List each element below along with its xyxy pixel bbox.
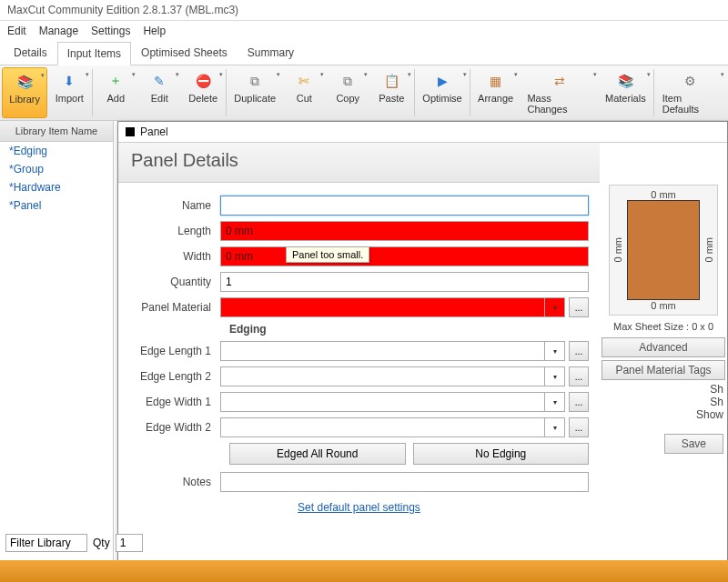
tab-input-items[interactable]: Input Items (57, 42, 131, 65)
save-button[interactable]: Save (664, 434, 723, 454)
ew1-browse-button[interactable]: ... (569, 392, 589, 412)
window-title: MaxCut Community Edition 2.8.1.37 (MBL.m… (0, 0, 728, 21)
tool-cut[interactable]: ✄Cut (282, 67, 326, 118)
panel-form: Panel Details Name Length Width Panel to… (118, 143, 600, 575)
tool-library[interactable]: 📚Library (2, 67, 47, 118)
label-length: Length (129, 225, 220, 237)
width-input[interactable] (220, 246, 589, 266)
menu-settings[interactable]: Settings (91, 25, 130, 37)
filter-library-input[interactable] (5, 534, 87, 552)
chevron-down-icon[interactable]: ▾ (544, 418, 564, 436)
tool-import[interactable]: ⬇Import (47, 67, 91, 118)
label-el2: Edge Length 2 (129, 370, 220, 383)
label-width: Width (129, 250, 220, 263)
ew2-browse-button[interactable]: ... (569, 417, 589, 437)
tool-label: Copy (336, 93, 359, 104)
chevron-down-icon[interactable]: ▾ (544, 367, 564, 386)
tool-label: Edit (151, 93, 168, 104)
panel-icon (126, 127, 135, 136)
dim-bottom: 0 mm (651, 300, 676, 311)
tab-optimised-sheets[interactable]: Optimised Sheets (131, 41, 238, 65)
page-tabs: Details Input Items Optimised Sheets Sum… (0, 41, 728, 65)
defaults-link[interactable]: Set default panel settings (298, 501, 420, 514)
tool-label: Delete (188, 93, 217, 104)
edit-icon: ✎ (149, 71, 169, 91)
tool-label: Materials (605, 93, 646, 104)
tool-arrange[interactable]: ▦Arrange (471, 67, 521, 118)
edge-width2-combo[interactable]: ▾ (220, 417, 565, 437)
dim-right: 0 mm (703, 237, 714, 263)
library-header: Library Item Name (0, 121, 113, 142)
name-input[interactable] (220, 196, 589, 216)
mass-changes-icon: ⇄ (550, 71, 570, 91)
library-item-edging[interactable]: *Edging (0, 142, 113, 160)
duplicate-icon: ⧉ (245, 71, 265, 91)
el1-browse-button[interactable]: ... (569, 341, 589, 361)
materials-icon: 📚 (615, 71, 635, 91)
toolbar: 📚Library⬇Import＋Add✎Edit⛔Delete⧉Duplicat… (0, 65, 728, 121)
tool-mass-changes[interactable]: ⇄Mass Changes (520, 67, 598, 118)
library-item-panel[interactable]: *Panel (0, 196, 113, 215)
library-item-hardware[interactable]: *Hardware (0, 178, 113, 196)
status-bar (0, 560, 728, 582)
qty-input[interactable] (116, 534, 143, 552)
tool-optimise[interactable]: ▶Optimise (416, 67, 469, 118)
menu-help[interactable]: Help (143, 25, 166, 37)
edge-width1-combo[interactable]: ▾ (220, 392, 565, 412)
advanced-button[interactable]: Advanced (602, 337, 725, 357)
max-sheet-size: Max Sheet Size : 0 x 0 (600, 321, 727, 332)
chevron-down-icon[interactable]: ▾ (544, 393, 564, 411)
el2-browse-button[interactable]: ... (569, 366, 589, 386)
tool-edit[interactable]: ✎Edit (137, 67, 181, 118)
cut-icon: ✄ (294, 71, 314, 91)
edged-all-round-button[interactable]: Edged All Round (229, 443, 406, 465)
material-tags-button[interactable]: Panel Material Tags (602, 360, 725, 380)
dim-left: 0 mm (612, 237, 623, 263)
edge-length1-combo[interactable]: ▾ (220, 341, 565, 361)
panel-window-title: Panel (118, 122, 727, 143)
show-truncated-3: Show (600, 408, 727, 421)
panel-title-text: Panel (140, 125, 168, 138)
label-ew1: Edge Width 1 (129, 396, 220, 408)
label-notes: Notes (129, 476, 220, 488)
tool-item-defaults[interactable]: ⚙Item Defaults (655, 67, 726, 118)
tool-delete[interactable]: ⛔Delete (181, 67, 225, 118)
library-item-group[interactable]: *Group (0, 160, 113, 178)
length-input[interactable] (220, 221, 589, 241)
material-browse-button[interactable]: ... (569, 297, 589, 317)
edge-length2-combo[interactable]: ▾ (220, 366, 565, 386)
tab-summary[interactable]: Summary (238, 41, 304, 65)
notes-input[interactable] (220, 472, 589, 492)
tool-copy[interactable]: ⧉Copy (326, 67, 369, 118)
no-edging-button[interactable]: No Edging (413, 443, 590, 465)
menu-manage[interactable]: Manage (39, 25, 78, 37)
quantity-input[interactable] (220, 272, 589, 292)
item-defaults-icon: ⚙ (681, 71, 701, 91)
paste-icon: 📋 (381, 71, 401, 91)
tool-paste[interactable]: 📋Paste (369, 67, 413, 118)
material-combo[interactable]: ▾ (220, 297, 565, 317)
tool-materials[interactable]: 📚Materials (599, 67, 652, 118)
panel-window: Panel Panel Details Name Length Width Pa… (117, 121, 728, 576)
tool-label: Import (56, 93, 84, 104)
import-icon: ⬇ (59, 71, 79, 91)
tab-details[interactable]: Details (4, 41, 57, 65)
add-icon: ＋ (106, 71, 126, 91)
label-el1: Edge Length 1 (129, 345, 220, 357)
chevron-down-icon[interactable]: ▾ (544, 298, 564, 316)
preview-pane: 0 mm 0 mm 0 mm 0 mm Max Sheet Size : 0 x… (600, 143, 727, 575)
tool-label: Mass Changes (527, 93, 591, 115)
tool-label: Add (106, 93, 125, 104)
edging-subheader: Edging (229, 323, 589, 336)
qty-label: Qty (93, 537, 110, 549)
panel-heading: Panel Details (118, 143, 600, 183)
footer-bar: Qty (0, 531, 728, 555)
tool-add[interactable]: ＋Add (94, 67, 137, 118)
menu-edit[interactable]: Edit (7, 25, 26, 37)
preview-sheet-icon (627, 200, 700, 300)
show-truncated-2: Sh (600, 396, 727, 408)
chevron-down-icon[interactable]: ▾ (544, 342, 564, 360)
label-quantity: Quantity (129, 276, 220, 288)
tool-duplicate[interactable]: ⧉Duplicate (228, 67, 282, 118)
dim-top: 0 mm (651, 189, 676, 200)
